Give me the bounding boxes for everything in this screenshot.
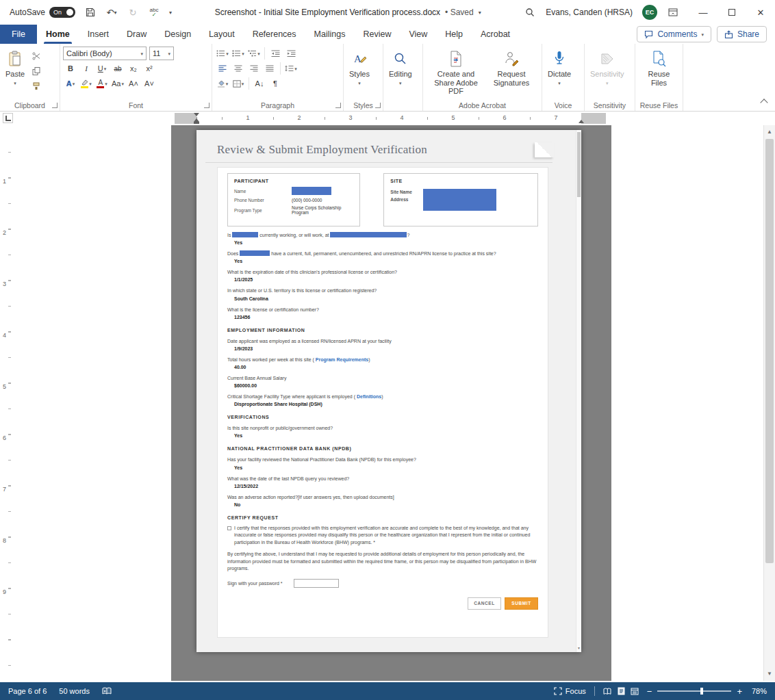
tab-home[interactable]: Home [37,25,79,44]
undo-icon[interactable]: ↶▾ [105,6,118,18]
zoom-level[interactable]: 78% [748,687,767,695]
user-name[interactable]: Evans, Canden (HRSA) [546,8,633,17]
tab-stop-selector[interactable] [3,113,13,123]
line-spacing-button[interactable]: ▾ [283,62,298,75]
change-case-button[interactable]: Aa▾ [110,77,125,90]
first-line-indent-marker[interactable] [194,113,199,116]
tab-layout[interactable]: Layout [200,25,244,44]
password-input[interactable] [294,579,339,588]
multilevel-list-button[interactable]: ▾ [246,47,262,60]
bullets-button[interactable]: ▾ [215,47,230,60]
sort-button[interactable]: A↓ [252,77,267,90]
scroll-down-arrow[interactable]: ▼ [764,669,775,679]
autosave-toggle[interactable]: On [49,7,75,18]
tab-references[interactable]: References [244,25,305,44]
underline-button[interactable]: U▾ [94,62,110,75]
increase-indent-button[interactable] [283,47,298,60]
dictate-button[interactable]: Dictate ▾ [545,47,574,99]
decrease-indent-button[interactable] [268,47,283,60]
dialog-launcher-icon[interactable] [204,103,209,108]
tab-draw[interactable]: Draw [118,25,155,44]
zoom-in-button[interactable]: + [737,687,742,696]
scroll-up-arrow[interactable]: ▲ [764,127,775,138]
scrollbar-thumb[interactable] [765,139,774,563]
highlight-color-button[interactable]: ▾ [79,77,94,90]
save-icon[interactable] [84,6,97,18]
web-layout-icon[interactable] [631,688,639,695]
superscript-button[interactable]: x² [142,62,157,75]
avatar[interactable]: EC [642,5,657,20]
align-left-button[interactable] [215,62,230,75]
search-icon[interactable] [524,6,536,18]
font-size-combobox[interactable]: 11 ▾ [149,47,174,60]
cancel-button[interactable]: CANCEL [468,597,501,610]
shading-button[interactable]: ▾ [215,77,230,90]
create-share-pdf-button[interactable]: Create and Share Adobe PDF [426,47,486,99]
focus-mode-button[interactable]: Focus [554,687,586,695]
reuse-files-button[interactable]: Reuse Files [638,47,680,99]
show-formatting-marks-button[interactable]: ¶ [268,77,283,90]
dialog-launcher-icon[interactable] [375,103,381,108]
right-indent-marker[interactable] [579,120,584,123]
tab-view[interactable]: View [400,25,436,44]
align-right-button[interactable] [246,62,262,75]
title-chevron-icon[interactable]: ▾ [479,10,481,16]
read-mode-icon[interactable] [603,688,612,695]
text-effects-button[interactable]: A▾ [63,77,78,90]
align-center-button[interactable] [231,62,246,75]
page-indicator[interactable]: Page 6 of 6 [8,687,47,695]
comments-button[interactable]: Comments ▾ [637,26,711,42]
tab-review[interactable]: Review [354,25,400,44]
zoom-slider-thumb[interactable] [700,688,703,695]
sensitivity-button[interactable]: Sensitivity ▾ [587,47,627,99]
program-requirements-link[interactable]: Program Requirements [316,357,368,362]
left-indent-marker[interactable] [194,122,199,124]
cut-button[interactable] [29,49,44,63]
dialog-launcher-icon[interactable] [335,103,341,108]
zoom-slider[interactable] [657,690,731,692]
tab-help[interactable]: Help [436,25,472,44]
tab-mailings[interactable]: Mailings [305,25,355,44]
certify-checkbox[interactable] [227,526,231,530]
italic-button[interactable]: I [79,62,94,75]
document-page[interactable]: Review & Submit Employment Verification … [196,130,581,652]
tab-design[interactable]: Design [155,25,200,44]
tab-acrobat[interactable]: Acrobat [472,25,519,44]
strikethrough-button[interactable]: ab [110,62,125,75]
zoom-out-button[interactable]: − [647,687,652,696]
minimize-button[interactable]: — [689,0,717,25]
vertical-scrollbar[interactable]: ▲ ▼ [763,125,775,681]
proofing-errors-icon[interactable] [102,687,112,695]
submit-button[interactable]: SUBMIT [505,597,538,610]
collapse-ribbon-icon[interactable] [760,99,767,106]
redo-icon[interactable]: ↻ [127,6,139,18]
subscript-button[interactable]: x₂ [126,62,141,75]
maximize-button[interactable] [717,0,746,25]
request-signatures-button[interactable]: Request Signatures [486,47,537,99]
editing-button[interactable]: Editing ▾ [386,47,415,99]
bold-button[interactable]: B [63,62,78,75]
vertical-ruler[interactable]: 1 2 3 4 5 6 7 8 9 [0,129,12,666]
styles-button[interactable]: A Styles ▾ [346,47,372,99]
font-color-button[interactable]: A ▾ [94,77,110,90]
justify-button[interactable] [262,62,277,75]
horizontal-ruler[interactable]: 1 2 3 4 5 6 7 [175,113,606,124]
document-canvas[interactable]: Review & Submit Employment Verification … [171,125,611,681]
borders-button[interactable]: ▾ [231,77,246,90]
close-button[interactable]: ✕ [746,0,775,25]
copy-button[interactable] [29,64,44,78]
share-button[interactable]: Share [717,26,767,42]
format-painter-button[interactable] [29,79,44,93]
print-layout-icon[interactable] [618,687,625,695]
numbering-button[interactable]: ▾ [231,47,246,60]
font-name-combobox[interactable]: Calibri (Body) ▾ [63,47,147,60]
shrink-font-button[interactable]: A˅ [142,77,157,90]
dialog-launcher-icon[interactable] [52,103,58,108]
tab-file[interactable]: File [0,25,37,44]
word-count[interactable]: 50 words [59,687,90,695]
spelling-check-icon[interactable]: abc ✓ [148,6,160,18]
tab-insert[interactable]: Insert [79,25,118,44]
grow-font-button[interactable]: A˄ [126,77,141,90]
paste-button[interactable]: Paste ▾ [3,47,27,99]
ribbon-display-options-icon[interactable] [667,6,679,18]
